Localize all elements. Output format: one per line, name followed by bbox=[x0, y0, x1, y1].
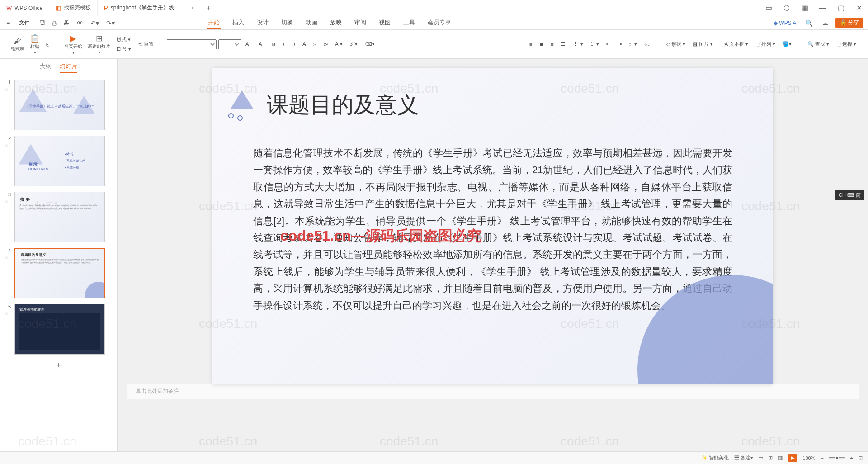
redo-icon[interactable]: ↷▾ bbox=[104, 19, 117, 28]
tab-document[interactable]: Pspringboot《学生手册》线...◻× bbox=[98, 0, 201, 16]
text-direction-button[interactable]: ⟐▾ bbox=[642, 41, 653, 48]
window-icon-3[interactable]: ▦ bbox=[796, 0, 814, 16]
line-spacing-button[interactable]: ↕≡▾ bbox=[626, 40, 640, 48]
format-painter-button[interactable]: 🖌格式刷 bbox=[9, 35, 26, 53]
ribbon-tab-tools[interactable]: 工具 bbox=[402, 17, 416, 29]
print-icon[interactable]: 🖶 bbox=[61, 19, 71, 28]
notes-toggle-button[interactable]: ☰ 备注▾ bbox=[734, 455, 753, 461]
ribbon-tab-animation[interactable]: 动画 bbox=[305, 17, 318, 29]
view-sorter-button[interactable]: ⊞ bbox=[769, 455, 773, 461]
shape-button[interactable]: ◇ 形状▾ bbox=[664, 40, 688, 48]
align-center-button[interactable]: ≣ bbox=[537, 40, 546, 48]
arrange-button[interactable]: ⬚ 排列▾ bbox=[753, 40, 778, 48]
preview-icon[interactable]: 👁 bbox=[75, 19, 85, 28]
zoom-level[interactable]: 100% bbox=[802, 455, 815, 461]
superscript-button[interactable]: x² bbox=[321, 41, 330, 48]
maximize-button[interactable]: ▢ bbox=[832, 0, 850, 16]
indent-inc-button[interactable]: ⇥ bbox=[615, 40, 624, 48]
start-current-button[interactable]: ▶当页开始▾ bbox=[62, 33, 84, 56]
ribbon-tab-insert[interactable]: 插入 bbox=[231, 17, 245, 29]
star-icon[interactable]: ☆ bbox=[5, 199, 11, 204]
language-badge[interactable]: CH ⌨ 简 bbox=[835, 190, 864, 200]
slide-thumb-5[interactable]: 管理员功能界面 bbox=[14, 304, 105, 355]
slide-thumb-1[interactable]: 《学生手册》线上考试系统设计与实现PPT bbox=[14, 80, 105, 130]
ribbon-tab-design[interactable]: 设计 bbox=[256, 17, 269, 29]
slide-title[interactable]: 课题目的及意义 bbox=[267, 90, 419, 119]
undo-icon[interactable]: ↶▾ bbox=[89, 19, 101, 28]
smart-beautify-button[interactable]: ✨ 智能美化 bbox=[701, 455, 729, 461]
slide-thumb-4[interactable]: 课题目的及意义 随着信息化管理技术不断发展传统的学生手册考试已经无法适应效率与预… bbox=[14, 248, 105, 298]
zoom-in-button[interactable]: + bbox=[850, 455, 853, 461]
tab-template[interactable]: ◧找稻壳模板 bbox=[49, 0, 98, 16]
layout-button[interactable]: 版式▾ bbox=[114, 35, 134, 44]
ribbon-tab-view[interactable]: 视图 bbox=[378, 17, 392, 29]
panel-tab-outline[interactable]: 大纲 bbox=[40, 62, 52, 73]
wps-ai-button[interactable]: ◆ WPS AI bbox=[774, 20, 798, 26]
window-icon-2[interactable]: ⬡ bbox=[778, 0, 796, 16]
new-slide-button[interactable]: ⊞新建幻灯片▾ bbox=[86, 33, 112, 56]
bullets-button[interactable]: ⋮≡▾ bbox=[570, 40, 586, 48]
view-reading-button[interactable]: ▥ bbox=[778, 455, 783, 461]
slide-body-text[interactable]: 随着信息化管理技术不断发展，传统的《学生手册》考试已经无法适应，效率与预期相差甚… bbox=[253, 145, 732, 314]
fit-button[interactable]: ⊡ bbox=[859, 455, 863, 461]
hamburger-icon[interactable]: ≡ bbox=[5, 19, 12, 28]
justify-button[interactable]: ☰ bbox=[558, 40, 568, 48]
close-tab-icon[interactable]: × bbox=[191, 5, 194, 11]
strikethrough-button[interactable]: A̶ bbox=[300, 40, 309, 48]
zoom-out-button[interactable]: − bbox=[821, 455, 823, 461]
indent-dec-button[interactable]: ⇤ bbox=[604, 40, 613, 48]
font-family-select[interactable] bbox=[167, 39, 217, 49]
copy-button[interactable]: ⎘ bbox=[43, 41, 52, 48]
align-right-button[interactable]: ≡ bbox=[548, 41, 556, 48]
slide-thumb-3[interactable]: 摘 要 Lorem ipsum placeholder text block r… bbox=[14, 192, 105, 242]
reset-button[interactable]: ⟲ 重置 bbox=[136, 40, 156, 48]
ribbon-tab-slideshow[interactable]: 放映 bbox=[329, 17, 343, 29]
paste-button[interactable]: 📋粘贴▾ bbox=[28, 33, 42, 56]
share-button[interactable]: 🔓 分享 bbox=[835, 18, 863, 28]
export-icon[interactable]: ⎙ bbox=[51, 19, 58, 28]
highlight-button[interactable]: 🖍▾ bbox=[347, 40, 360, 48]
font-size-select[interactable] bbox=[218, 39, 241, 49]
font-color-button[interactable]: A▾ bbox=[332, 40, 345, 48]
decrease-font-button[interactable]: A⁻ bbox=[256, 40, 267, 48]
strike-button[interactable]: S bbox=[311, 41, 319, 48]
add-tab-button[interactable]: + bbox=[201, 4, 216, 12]
slide-canvas[interactable]: 课题目的及意义 随着信息化管理技术不断发展，传统的《学生手册》考试已经无法适应，… bbox=[212, 68, 773, 384]
italic-button[interactable]: I bbox=[280, 41, 287, 48]
star-icon[interactable]: ☆ bbox=[5, 143, 11, 148]
star-icon[interactable]: ☆ bbox=[5, 311, 11, 316]
section-button[interactable]: ⊟ 节▾ bbox=[114, 45, 134, 53]
add-slide-button[interactable]: + bbox=[0, 357, 117, 374]
textbox-button[interactable]: ⬚A 文本框▾ bbox=[717, 40, 751, 48]
align-left-button[interactable]: ≡ bbox=[527, 41, 535, 48]
select-button[interactable]: ⬚ 选择▾ bbox=[834, 40, 859, 48]
minimize-button[interactable]: — bbox=[814, 0, 832, 16]
tab-wps-home[interactable]: WWPS Office bbox=[0, 0, 49, 16]
picture-button[interactable]: 🖼 图片▾ bbox=[690, 40, 716, 48]
search-icon[interactable]: 🔍 bbox=[803, 19, 815, 28]
panel-tab-slides[interactable]: 幻灯片 bbox=[60, 62, 77, 73]
close-window-button[interactable]: ✕ bbox=[850, 0, 868, 16]
numbering-button[interactable]: 1≡▾ bbox=[588, 40, 602, 48]
window-icon-1[interactable]: ▭ bbox=[760, 0, 778, 16]
bold-button[interactable]: B bbox=[269, 41, 278, 48]
zoom-slider[interactable]: ━━●━━ bbox=[829, 455, 845, 461]
clear-format-button[interactable]: ⌫▾ bbox=[362, 40, 377, 48]
view-slideshow-button[interactable]: ▶ bbox=[788, 454, 797, 462]
ribbon-tab-transition[interactable]: 切换 bbox=[280, 17, 294, 29]
increase-font-button[interactable]: A⁺ bbox=[243, 40, 254, 48]
ribbon-tab-review[interactable]: 审阅 bbox=[354, 17, 367, 29]
ribbon-tab-start[interactable]: 开始 bbox=[207, 17, 221, 29]
fill-button[interactable]: 🪣▾ bbox=[780, 40, 794, 48]
star-icon[interactable]: ☆ bbox=[5, 87, 11, 92]
find-button[interactable]: 🔍 查找▾ bbox=[805, 40, 832, 48]
save-icon[interactable]: 🖫 bbox=[37, 19, 47, 28]
star-icon[interactable]: ☆ bbox=[5, 255, 11, 260]
cloud-icon[interactable]: ☁ bbox=[820, 19, 830, 28]
notes-input[interactable]: 单击此处添加备注 bbox=[127, 384, 859, 399]
ribbon-tab-member[interactable]: 会员专享 bbox=[427, 17, 452, 29]
underline-button[interactable]: U bbox=[289, 41, 298, 48]
slide-thumb-2[interactable]: 目录 CONTENTS • 绪 论 • 系统关键技术 • 系统分析 bbox=[14, 136, 105, 186]
view-normal-button[interactable]: ▭ bbox=[759, 455, 763, 461]
file-menu[interactable]: 文件 bbox=[15, 18, 33, 28]
